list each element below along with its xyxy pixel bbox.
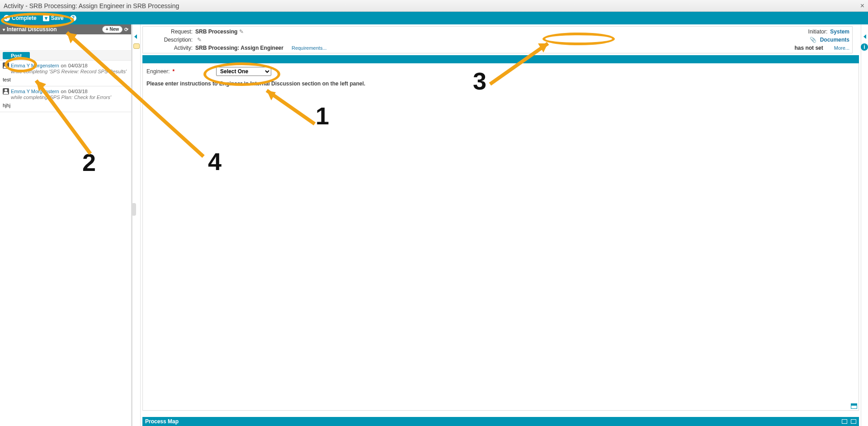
person-icon bbox=[3, 62, 9, 69]
engineer-label: Engineer: bbox=[146, 68, 170, 75]
activity-header: Request: SRB Processing ✎ Initiator: Sys… bbox=[142, 26, 853, 53]
post-area: Post bbox=[0, 34, 131, 61]
section-header-strip bbox=[142, 55, 859, 63]
required-star: * bbox=[172, 68, 175, 75]
pencil-icon[interactable]: ✎ bbox=[239, 28, 244, 35]
check-icon: ✓ bbox=[4, 15, 10, 21]
comment-bubble-icon[interactable] bbox=[133, 43, 140, 49]
activity-label: Activity: bbox=[146, 45, 195, 51]
process-map-header: Process Map bbox=[142, 417, 859, 426]
right-rail: i bbox=[861, 24, 868, 426]
complete-button[interactable]: ✓ Complete bbox=[4, 15, 37, 21]
post-bar: Post bbox=[0, 51, 131, 61]
paperclip-icon: 📎 bbox=[810, 37, 816, 43]
popout-icon[interactable] bbox=[851, 403, 857, 409]
message-author[interactable]: Emma Y Morgenstern bbox=[11, 89, 59, 94]
requirements-link[interactable]: Requirements... bbox=[292, 45, 327, 51]
post-text-input[interactable] bbox=[0, 34, 131, 51]
activity-value: SRB Processing: Assign Engineer bbox=[195, 45, 283, 51]
save-label: Save bbox=[51, 15, 64, 21]
info-icon[interactable]: i bbox=[861, 43, 868, 51]
pm-tile-icon[interactable] bbox=[842, 419, 847, 424]
engineer-select[interactable]: Select One bbox=[216, 67, 271, 76]
discussion-message: Emma Y Morgenstern on 04/03/18 while com… bbox=[0, 61, 131, 86]
sidebar-header: ▾ Internal Discussion + New ⟳ bbox=[0, 24, 131, 34]
process-map-title: Process Map bbox=[145, 418, 179, 425]
initiator-value[interactable]: System bbox=[830, 28, 849, 35]
pm-popout-icon[interactable] bbox=[851, 419, 856, 424]
complete-label: Complete bbox=[12, 15, 37, 21]
save-icon: ▾ bbox=[43, 15, 49, 21]
chevron-down-icon[interactable]: ▾ bbox=[3, 27, 5, 32]
window-titlebar: Activity - SRB Processing: Assign Engine… bbox=[0, 0, 868, 12]
message-on-label: on bbox=[61, 63, 66, 68]
message-date: 04/03/18 bbox=[68, 63, 88, 68]
post-button[interactable]: Post bbox=[3, 52, 30, 59]
message-body: hjhj bbox=[3, 103, 128, 108]
save-button[interactable]: ▾ Save bbox=[43, 15, 64, 21]
documents-link[interactable]: Documents bbox=[820, 37, 849, 43]
person-icon bbox=[3, 88, 9, 95]
message-author[interactable]: Emma Y Morgenstern bbox=[11, 63, 59, 68]
pencil-icon[interactable]: ✎ bbox=[197, 37, 202, 43]
description-label: Description: bbox=[146, 37, 195, 43]
message-on-label: on bbox=[61, 89, 66, 94]
message-body: test bbox=[3, 77, 128, 82]
collapse-right-icon[interactable] bbox=[863, 34, 866, 39]
window-title: Activity - SRB Processing: Assign Engine… bbox=[4, 2, 179, 9]
help-button[interactable]: ? bbox=[70, 15, 76, 21]
message-context: while completing 'SPS Review: Record SPS… bbox=[11, 69, 128, 74]
help-icon: ? bbox=[70, 15, 76, 21]
initiator-label: Initiator: bbox=[808, 28, 828, 35]
message-date: 04/03/18 bbox=[68, 89, 88, 94]
more-link[interactable]: More... bbox=[834, 45, 849, 51]
request-value: SRB Processing bbox=[195, 28, 237, 35]
refresh-icon[interactable]: ⟳ bbox=[124, 27, 128, 33]
request-label: Request: bbox=[146, 28, 195, 35]
close-icon[interactable]: × bbox=[860, 2, 864, 10]
deadline-text: has not set bbox=[794, 45, 823, 51]
collapse-left-icon[interactable] bbox=[134, 34, 137, 39]
new-button[interactable]: + New bbox=[102, 26, 123, 33]
left-rail bbox=[132, 24, 141, 426]
toolbar: ✓ Complete ▾ Save ? bbox=[0, 12, 868, 24]
sidebar-title: Internal Discussion bbox=[7, 26, 57, 33]
splitter-handle[interactable] bbox=[132, 203, 136, 216]
sidebar-internal-discussion: ▾ Internal Discussion + New ⟳ Post Emma bbox=[0, 24, 132, 426]
discussion-message: Emma Y Morgenstern on 04/03/18 while com… bbox=[0, 86, 131, 112]
message-context: while completing 'SPS Plan: Check for Er… bbox=[11, 95, 128, 100]
form-area: Engineer: * Select One Please enter inst… bbox=[142, 63, 859, 411]
instructions-text: Please enter instructions to Engineer in… bbox=[146, 80, 855, 87]
